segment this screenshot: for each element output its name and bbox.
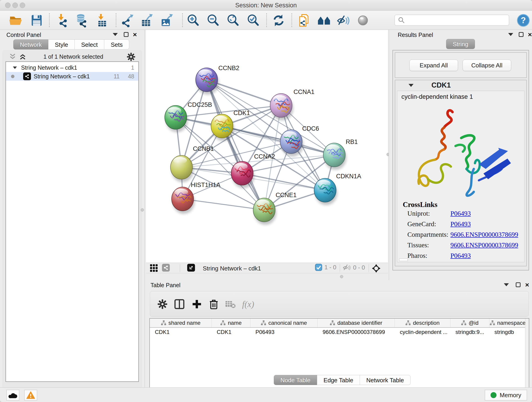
column-header-canonical-name[interactable]: canonical name bbox=[250, 319, 317, 327]
table-header-row: shared namenamecanonical namedatabase id… bbox=[150, 319, 529, 328]
network-node-CCNB1[interactable]: CCNB1 bbox=[171, 145, 214, 182]
gene-expander-icon[interactable] bbox=[409, 84, 413, 87]
collection-count: 1 bbox=[131, 64, 134, 71]
expand-all-button[interactable]: Expand All bbox=[409, 60, 458, 71]
table-cell[interactable]: P06493 bbox=[250, 329, 317, 335]
crosslink-value-link[interactable]: 9606.ENSP00000378699 bbox=[450, 241, 518, 249]
collapse-all-button[interactable]: Collapse All bbox=[462, 60, 511, 71]
hidden-eye-slash-icon[interactable] bbox=[342, 264, 351, 271]
zoom-selected-button[interactable] bbox=[245, 13, 261, 28]
show-grid-button[interactable] bbox=[150, 264, 158, 273]
birds-eye-view-button[interactable] bbox=[372, 264, 381, 273]
panel-close-icon[interactable]: × bbox=[525, 283, 529, 287]
table-cell[interactable]: CDK1 bbox=[150, 329, 212, 335]
export-table-button[interactable] bbox=[139, 13, 155, 28]
warnings-button[interactable] bbox=[24, 390, 37, 400]
detach-view-button[interactable] bbox=[187, 264, 195, 272]
memory-button[interactable]: Memory bbox=[485, 390, 527, 400]
gene-section-header[interactable]: CDK1 bbox=[395, 80, 526, 90]
import-network-file-button[interactable] bbox=[54, 13, 70, 28]
zoom-out-button[interactable] bbox=[205, 13, 221, 28]
tab-network-table[interactable]: Network Table bbox=[360, 375, 411, 385]
column-header-namespace[interactable]: namespace bbox=[489, 319, 526, 327]
save-session-button[interactable] bbox=[28, 13, 45, 28]
collection-expander-icon[interactable] bbox=[13, 66, 17, 69]
crosslink-value-link[interactable]: 9606.ENSP00000378699 bbox=[450, 231, 518, 238]
network-canvas[interactable]: CCNB2CCNA1CDC25BCDK1CDC6RB1CCNB1CCNA2CDK… bbox=[146, 30, 388, 263]
panel-menu-icon[interactable] bbox=[508, 33, 513, 36]
table-row[interactable]: CDK1CDK1P064939606.ENSP00000378699cyclin… bbox=[150, 328, 529, 337]
search-input[interactable] bbox=[407, 16, 509, 25]
panel-menu-icon[interactable] bbox=[113, 33, 118, 36]
table-cell[interactable]: cyclin-dependent ... bbox=[395, 329, 450, 335]
network-node-CDC6[interactable]: CDC6 bbox=[280, 125, 319, 157]
collapse-all-networks-icon[interactable] bbox=[9, 53, 17, 60]
show-columns-button[interactable] bbox=[172, 297, 187, 312]
column-header-shared-name[interactable]: shared name bbox=[150, 319, 212, 327]
table-cell[interactable]: stringdb bbox=[489, 329, 526, 335]
zoom-fit-button[interactable] bbox=[225, 13, 241, 28]
table-settings-button[interactable] bbox=[155, 297, 170, 312]
table-cell[interactable]: 9606.ENSP00000378699 bbox=[317, 329, 395, 335]
help-button[interactable]: ? bbox=[515, 13, 532, 28]
table-cell[interactable]: stringdb:9... bbox=[450, 329, 489, 335]
function-builder-button[interactable]: f(x) bbox=[241, 297, 255, 312]
table-cell[interactable]: CDK1 bbox=[212, 329, 250, 335]
panel-float-icon[interactable] bbox=[519, 32, 524, 37]
node-label-CDC6: CDC6 bbox=[302, 125, 319, 132]
export-network-button[interactable] bbox=[119, 13, 136, 28]
selected-checkbox-icon[interactable] bbox=[315, 264, 322, 271]
column-header-database-identifier[interactable]: database identifier bbox=[317, 319, 395, 327]
crosslink-value-link[interactable]: P06493 bbox=[450, 210, 471, 217]
network-edge-HIST1H1A-CCNE1[interactable] bbox=[183, 199, 264, 210]
network-node-HIST1H1A[interactable]: HIST1H1A bbox=[172, 182, 220, 214]
crosslink-value-link[interactable]: P06493 bbox=[450, 252, 471, 259]
search-box bbox=[394, 15, 509, 26]
tab-style[interactable]: Style bbox=[48, 39, 75, 50]
panel-float-icon[interactable] bbox=[124, 32, 128, 37]
bottom-splitter-handle[interactable] bbox=[340, 275, 343, 278]
cloud-status-button[interactable] bbox=[6, 390, 19, 400]
eye-slash-icon bbox=[336, 14, 350, 27]
clone-network-button[interactable] bbox=[296, 13, 312, 28]
open-session-button[interactable] bbox=[7, 13, 24, 28]
tab-string[interactable]: String bbox=[446, 39, 475, 49]
import-network-database-button[interactable] bbox=[73, 13, 90, 28]
refresh-layout-button[interactable] bbox=[270, 13, 287, 28]
network-edge-CCNB2-CCNE1[interactable] bbox=[207, 80, 264, 210]
network-node-CCNE1[interactable]: CCNE1 bbox=[253, 191, 297, 225]
network-node-CDK1[interactable]: CDK1 bbox=[211, 109, 250, 141]
hide-selected-button[interactable] bbox=[335, 13, 351, 28]
panel-close-icon[interactable]: × bbox=[528, 32, 532, 37]
expand-all-networks-icon[interactable] bbox=[19, 53, 27, 60]
network-collection-row[interactable]: String Network – cdk1 1 bbox=[6, 63, 138, 72]
network-node-RB1[interactable]: RB1 bbox=[323, 138, 358, 170]
export-image-button[interactable] bbox=[158, 13, 175, 28]
tab-edge-table[interactable]: Edge Table bbox=[317, 375, 360, 385]
panel-menu-icon[interactable] bbox=[504, 283, 509, 286]
column-header-description[interactable]: description bbox=[395, 319, 450, 327]
column-header-name[interactable]: name bbox=[212, 319, 250, 327]
show-hidden-button[interactable] bbox=[355, 13, 371, 28]
column-header-@id[interactable]: @id bbox=[450, 319, 489, 327]
import-table-file-button[interactable] bbox=[94, 13, 110, 28]
network-options-gear-icon[interactable] bbox=[127, 52, 136, 61]
first-neighbors-button[interactable] bbox=[316, 13, 332, 28]
tab-node-table[interactable]: Node Table bbox=[274, 375, 317, 385]
network-view-type-button[interactable] bbox=[162, 264, 170, 272]
network-row-selected[interactable]: String Network – cdk1 11 48 bbox=[6, 72, 138, 81]
panel-close-icon[interactable]: × bbox=[133, 32, 137, 37]
tab-network[interactable]: Network bbox=[13, 39, 48, 50]
left-splitter-handle[interactable] bbox=[141, 208, 144, 211]
tab-select[interactable]: Select bbox=[75, 39, 104, 50]
gene-card-scrollbar[interactable] bbox=[399, 259, 408, 261]
zoom-in-button[interactable] bbox=[185, 13, 201, 28]
panel-float-icon[interactable] bbox=[516, 282, 520, 287]
add-column-button[interactable] bbox=[190, 297, 204, 312]
tab-sets[interactable]: Sets bbox=[104, 39, 129, 50]
delete-table-button[interactable] bbox=[223, 297, 238, 312]
network-node-CDKN1A[interactable]: CDKN1A bbox=[314, 173, 361, 205]
crosslink-value-link[interactable]: P06493 bbox=[450, 220, 471, 228]
delete-column-button[interactable] bbox=[206, 297, 221, 312]
delete-table-icon bbox=[225, 300, 235, 308]
